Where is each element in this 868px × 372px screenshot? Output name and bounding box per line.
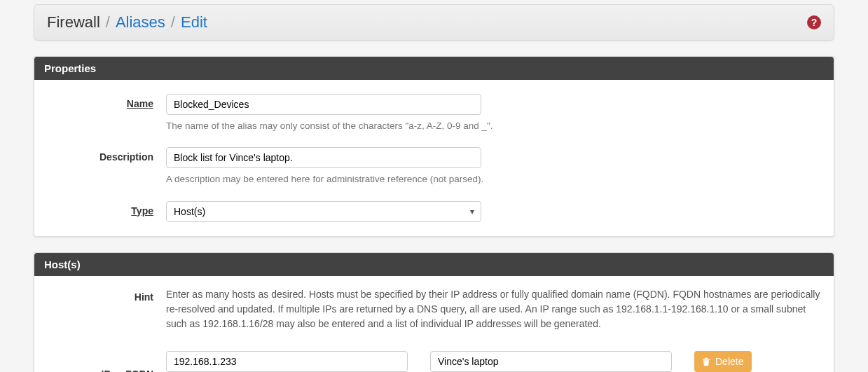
name-label: Name — [47, 94, 166, 109]
breadcrumb-link-edit[interactable]: Edit — [181, 13, 207, 32]
help-icon[interactable]: ? — [807, 15, 821, 29]
properties-panel: Properties Name The name of the alias ma… — [34, 56, 834, 237]
ip-or-fqdn-label: IP or FQDN — [47, 364, 166, 373]
delete-button[interactable]: Delete — [694, 351, 752, 372]
breadcrumb-link-aliases[interactable]: Aliases — [116, 13, 165, 32]
type-label: Type — [47, 201, 166, 216]
name-help-text: The name of the alias may only consist o… — [166, 119, 821, 133]
breadcrumb-separator: / — [106, 13, 110, 32]
page-header: Firewall / Aliases / Edit ? — [34, 4, 834, 41]
properties-panel-heading: Properties — [34, 57, 834, 80]
host-ip-input[interactable] — [166, 351, 408, 372]
description-help-text: A description may be entered here for ad… — [166, 172, 821, 186]
host-row: Delete — [166, 351, 821, 372]
type-select[interactable]: Host(s) — [166, 201, 481, 222]
hint-text: Enter as many hosts as desired. Hosts mu… — [166, 287, 821, 331]
hosts-panel-heading: Host(s) — [34, 253, 834, 276]
breadcrumb-separator: / — [171, 13, 175, 32]
type-select-wrap: Host(s) — [166, 201, 481, 222]
breadcrumb: Firewall / Aliases / Edit — [47, 13, 207, 32]
delete-button-label: Delete — [715, 356, 743, 367]
hosts-panel: Host(s) Hint Enter as many hosts as desi… — [34, 252, 834, 373]
trash-icon — [701, 357, 711, 366]
name-input[interactable] — [166, 94, 481, 115]
description-label: Description — [47, 147, 166, 163]
host-description-input[interactable] — [430, 351, 672, 372]
hint-label: Hint — [47, 287, 166, 303]
breadcrumb-root: Firewall — [47, 13, 100, 32]
description-input[interactable] — [166, 147, 481, 168]
